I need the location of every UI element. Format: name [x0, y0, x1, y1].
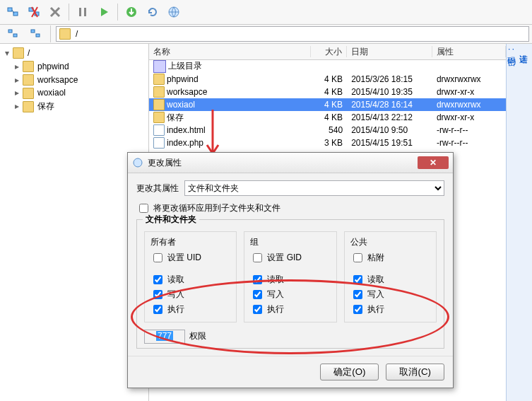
target-select[interactable]: 文件和文件夹	[184, 180, 444, 196]
svg-rect-5	[84, 8, 86, 16]
svg-rect-11	[36, 34, 40, 37]
change-target-label: 更改其属性	[136, 182, 179, 194]
svg-point-12	[134, 158, 142, 167]
folder-icon	[23, 61, 34, 72]
file-icon	[153, 137, 165, 149]
list-row[interactable]: phpwind4 KB2015/3/26 18:15drwxrwxrwx	[149, 73, 506, 86]
tree-root[interactable]: ▾/	[0, 47, 148, 60]
owner-write-checkbox[interactable]	[153, 290, 162, 299]
path-toolbar: /	[0, 25, 532, 44]
up-dir-row[interactable]: 上级目录	[149, 60, 506, 73]
file-icon	[153, 124, 165, 136]
owner-exec-checkbox[interactable]	[153, 305, 162, 314]
folder-icon	[153, 112, 165, 123]
list-row[interactable]: index.php3 KB2015/4/15 19:51-rw-r--r--	[149, 136, 506, 149]
col-perm[interactable]: 属性	[432, 46, 506, 58]
list-row[interactable]: woxiaol4 KB2015/4/28 16:14drwxrwxrwx	[149, 98, 506, 111]
public-column: 公共 粘附 读取 写入 执行	[344, 231, 437, 322]
dialog-icon	[132, 157, 143, 168]
pause-button[interactable]	[73, 2, 93, 22]
svg-rect-1	[13, 12, 18, 16]
folder-icon	[153, 74, 165, 85]
public-exec-checkbox[interactable]	[353, 305, 362, 314]
up-icon	[153, 60, 166, 73]
group-write-checkbox[interactable]	[253, 290, 262, 299]
recurse-checkbox[interactable]	[139, 204, 148, 213]
svg-rect-4	[79, 8, 81, 16]
close-button[interactable]: ✕	[418, 156, 449, 169]
tree-item[interactable]: ▸worksapce	[0, 74, 148, 87]
folder-icon	[23, 88, 34, 99]
link-local-button[interactable]	[25, 24, 45, 44]
permission-label: 权限	[189, 330, 206, 342]
link-remote-button[interactable]	[3, 24, 23, 44]
change-attributes-dialog: 更改属性 ✕ 更改其属性 文件和文件夹 将更改循环应用到子文件夹和文件 文件和文…	[127, 152, 454, 388]
folder-icon	[153, 99, 165, 110]
folder-icon	[59, 28, 71, 40]
set-uid-checkbox[interactable]	[153, 253, 162, 262]
svg-rect-8	[8, 30, 12, 33]
svg-rect-0	[8, 8, 12, 11]
col-size[interactable]: 大小	[311, 46, 347, 58]
set-gid-checkbox[interactable]	[253, 253, 262, 262]
path-text: /	[76, 28, 78, 40]
ok-button[interactable]: 确定(O)	[320, 364, 379, 380]
download-button[interactable]	[122, 2, 141, 22]
permission-value-input[interactable]: 777	[144, 330, 185, 344]
list-row[interactable]: index.html5402015/4/10 9:50-rw-r--r--	[149, 124, 506, 136]
svg-rect-9	[13, 34, 17, 37]
stop-button[interactable]	[45, 2, 65, 22]
public-write-checkbox[interactable]	[353, 290, 362, 299]
dialog-titlebar: 更改属性 ✕	[128, 153, 453, 173]
path-input[interactable]: /	[56, 26, 529, 42]
tree-item[interactable]: ▸保存	[0, 100, 148, 113]
svg-rect-10	[31, 30, 35, 33]
list-header: 名称 大小 日期 属性	[149, 44, 506, 60]
folder-icon	[153, 86, 165, 98]
col-date[interactable]: 日期	[347, 46, 432, 58]
tree-item[interactable]: ▸woxiaol	[0, 86, 148, 100]
globe-button[interactable]	[164, 2, 184, 22]
group-exec-checkbox[interactable]	[253, 305, 262, 314]
connect-button[interactable]	[3, 2, 23, 22]
right-panel: 连诺:密码	[506, 44, 532, 401]
public-read-checkbox[interactable]	[353, 275, 362, 284]
dialog-title-text: 更改属性	[148, 157, 182, 169]
owner-read-checkbox[interactable]	[153, 275, 162, 284]
folder-icon	[23, 101, 34, 112]
list-row[interactable]: worksapce4 KB2015/4/10 19:35drwxr-xr-x	[149, 86, 506, 98]
folder-icon	[13, 47, 24, 59]
group-read-checkbox[interactable]	[253, 275, 262, 284]
col-name[interactable]: 名称	[149, 46, 311, 58]
play-button[interactable]	[94, 2, 114, 22]
folder-icon	[23, 74, 34, 86]
group-column: 组 设置 GID 读取 写入 执行	[244, 231, 336, 322]
owner-column: 所有者 设置 UID 读取 写入 执行	[144, 231, 237, 322]
tree-item[interactable]: ▸phpwind	[0, 60, 148, 74]
sticky-checkbox[interactable]	[353, 253, 362, 262]
main-toolbar	[0, 0, 532, 25]
disconnect-button[interactable]	[24, 2, 44, 22]
cancel-button[interactable]: 取消(C)	[386, 364, 444, 380]
list-row[interactable]: 保存4 KB2015/4/13 22:12drwxr-xr-x	[149, 111, 506, 124]
refresh-button[interactable]	[143, 2, 162, 22]
group-title: 文件和文件夹	[143, 214, 199, 226]
